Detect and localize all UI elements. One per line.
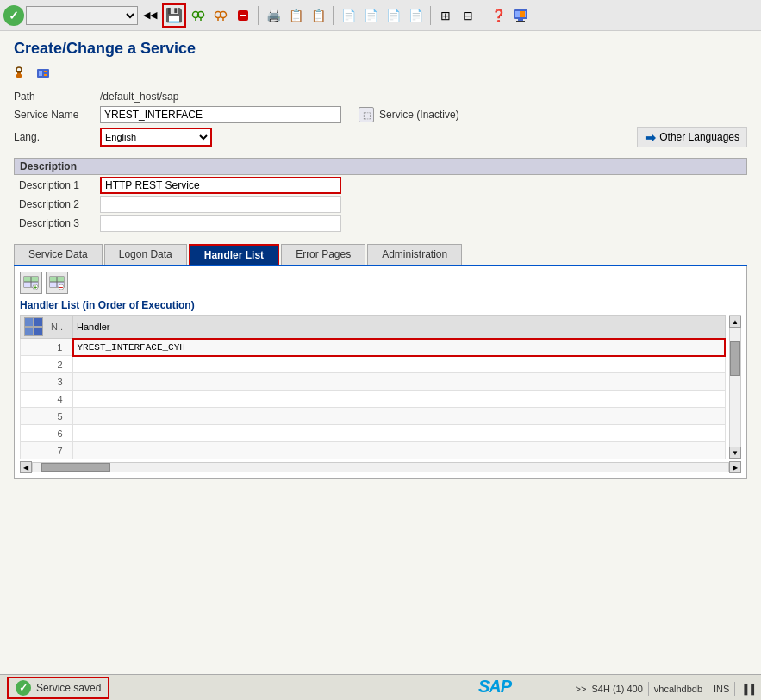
handler-list-panel: + − Handler List (in Order of Execution) xyxy=(14,266,747,479)
scroll-down-arrow[interactable]: ▼ xyxy=(729,447,741,459)
app-window: ✓ ◀◀ 💾 xyxy=(0,0,761,700)
find-next-button[interactable] xyxy=(210,5,231,26)
scroll-up-arrow[interactable]: ▲ xyxy=(729,316,741,328)
table-row: 4 xyxy=(21,391,726,408)
sep2 xyxy=(333,6,334,25)
row5-handler[interactable] xyxy=(73,408,726,425)
tab-bar: Service Data Logon Data Handler List Err… xyxy=(14,244,747,265)
row6-handler[interactable] xyxy=(73,425,726,442)
row7-handler[interactable] xyxy=(73,442,726,459)
path-value: /default_host/sap xyxy=(100,91,178,103)
help-button[interactable]: ❓ xyxy=(488,5,508,26)
layout1-button[interactable]: ⊞ xyxy=(435,5,456,26)
other-languages-label: Other Languages xyxy=(659,131,739,143)
page-title: Create/Change a Service xyxy=(0,31,761,63)
row4-handler[interactable] xyxy=(73,391,726,408)
handler-table: N.. Handler 1 YREST_INTERFACE_CYH 2 xyxy=(20,315,726,459)
desc2-input[interactable] xyxy=(100,196,341,213)
config-icon[interactable] xyxy=(34,65,52,82)
status-saved-area: ✓ Service saved xyxy=(7,677,109,699)
doc2-button[interactable]: 📄 xyxy=(360,5,381,26)
doc4-button[interactable]: 📄 xyxy=(405,5,426,26)
sep4 xyxy=(483,6,483,25)
save-icon: 💾 xyxy=(165,7,183,23)
row5-icon xyxy=(21,408,47,425)
svg-rect-23 xyxy=(44,71,47,72)
layout2-button[interactable]: ⊟ xyxy=(458,5,478,26)
desc1-input[interactable] xyxy=(100,177,341,194)
vertical-scrollbar[interactable]: ▲ ▼ xyxy=(729,315,741,459)
table-row: 2 xyxy=(21,356,726,373)
command-input[interactable] xyxy=(26,6,138,25)
doc1-button[interactable]: 📄 xyxy=(338,5,359,26)
status-bar: ✓ Service saved SAP >> S4H (1) 400 vhcal… xyxy=(0,674,761,700)
toolbar: ✓ ◀◀ 💾 xyxy=(0,0,761,31)
copy2-button[interactable]: 📋 xyxy=(308,5,328,26)
confirm-button[interactable]: ✓ xyxy=(3,5,24,26)
row1-handler[interactable]: YREST_INTERFACE_CYH xyxy=(73,339,726,356)
system-info: S4H (1) 400 xyxy=(591,684,642,694)
status-arrows: >> xyxy=(576,684,587,694)
row2-handler[interactable] xyxy=(73,356,726,373)
back-button[interactable]: ◀◀ xyxy=(140,5,160,26)
gui-button[interactable] xyxy=(510,5,531,26)
lang-select[interactable]: English German French xyxy=(100,128,212,147)
monitor-icon xyxy=(513,9,528,22)
mode-info: INS xyxy=(714,684,729,694)
grid-icon[interactable] xyxy=(24,317,43,336)
col-handler-header: Handler xyxy=(73,316,726,339)
desc3-input[interactable] xyxy=(100,215,341,232)
h-scrollbar-row: ◀ ▶ xyxy=(20,461,741,473)
tab-logon-data[interactable]: Logon Data xyxy=(104,244,187,265)
service-name-label: Service Name xyxy=(14,109,100,121)
h-scroll-thumb xyxy=(41,463,110,472)
tab-service-data[interactable]: Service Data xyxy=(14,244,103,265)
svg-rect-28 xyxy=(24,282,31,287)
lang-row: Lang. English German French ➡ Other Lang… xyxy=(14,127,747,147)
svg-rect-24 xyxy=(44,74,47,76)
row4-n: 4 xyxy=(47,391,73,408)
tab-administration[interactable]: Administration xyxy=(367,244,462,265)
row1-n: 1 xyxy=(47,339,73,356)
scroll-right-arrow[interactable]: ▶ xyxy=(729,461,741,473)
binoculars2-icon xyxy=(214,9,228,22)
scroll-thumb[interactable] xyxy=(730,341,740,376)
grid-cell-2 xyxy=(34,317,43,327)
scroll-left-arrow[interactable]: ◀ xyxy=(20,461,32,473)
description-section: Description Description 1 Description 2 … xyxy=(14,158,747,234)
server-info: vhcalhdbdb xyxy=(654,684,702,694)
path-row: Path /default_host/sap xyxy=(14,91,747,103)
row3-n: 3 xyxy=(47,373,73,391)
tab-error-pages[interactable]: Error Pages xyxy=(281,244,365,265)
h-scroll-track[interactable] xyxy=(32,462,729,472)
desc2-row: Description 2 xyxy=(14,196,747,213)
doc3-button[interactable]: 📄 xyxy=(383,5,403,26)
col-n-header: N.. xyxy=(47,316,73,339)
find-button[interactable] xyxy=(188,5,209,26)
tools-icon[interactable] xyxy=(14,65,31,82)
svg-rect-27 xyxy=(31,277,38,282)
copy1-button[interactable]: 📋 xyxy=(285,5,306,26)
tab-handler-list[interactable]: Handler List xyxy=(189,244,279,265)
svg-text:−: − xyxy=(59,284,64,290)
grid-cell-1 xyxy=(24,317,34,327)
row2-n: 2 xyxy=(47,356,73,373)
row5-n: 5 xyxy=(47,408,73,425)
handler-toolbar: + − xyxy=(20,272,741,294)
grid-cell-3 xyxy=(24,327,34,336)
sap-logo: SAP xyxy=(478,677,511,697)
stop-button[interactable] xyxy=(233,5,253,26)
path-label: Path xyxy=(14,91,100,103)
other-languages-button[interactable]: ➡ Other Languages xyxy=(637,127,747,147)
row7-icon xyxy=(21,442,47,459)
row6-n: 6 xyxy=(47,425,73,442)
save-button[interactable]: 💾 xyxy=(162,3,186,28)
print-button[interactable]: 🖨️ xyxy=(263,5,284,26)
service-name-input[interactable] xyxy=(100,106,341,123)
row3-handler[interactable] xyxy=(73,373,726,391)
delete-row-button[interactable]: − xyxy=(46,272,68,294)
svg-rect-15 xyxy=(516,21,525,22)
svg-text:+: + xyxy=(34,284,37,290)
add-row-button[interactable]: + xyxy=(20,272,42,294)
svg-rect-14 xyxy=(518,19,523,21)
